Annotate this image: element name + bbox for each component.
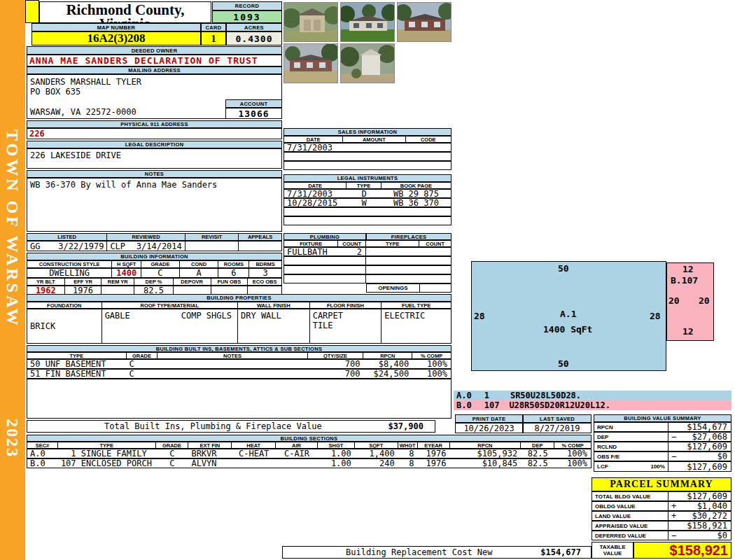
cond-label: COND <box>180 261 219 267</box>
property-photo-1[interactable] <box>284 2 338 42</box>
builtins-qty-label: QTY/SIZE <box>308 353 364 358</box>
spine: TOWN OF WARSAW 2023 <box>0 0 25 560</box>
builtins-total-label: Total Built Ins, Plumbing & Fireplace Va… <box>104 421 322 431</box>
fuel-type-value: ELECTRIC <box>382 309 451 343</box>
spine-year: 2023 <box>3 419 22 458</box>
sales-date-label: DATE <box>284 136 343 142</box>
effyr-label: EFF YR <box>65 279 102 285</box>
mailing-line3: WARSAW, VA 22572-0000 <box>30 107 136 117</box>
property-record-card: TOWN OF WARSAW 2023 Richmond County, Vir… <box>0 0 735 560</box>
sketch-b-right-dim: 20 <box>699 295 710 306</box>
hsqft-value: 1400 <box>112 269 141 277</box>
sketch-b-id: B.107 <box>671 275 698 286</box>
value-summary-row: RPCN $154,677 <box>594 422 732 432</box>
spine-town-title: TOWN OF WARSAW <box>3 130 22 328</box>
foundation-value: BRICK <box>27 309 102 343</box>
account-label: ACCOUNT <box>225 99 282 108</box>
mailing-line1: SANDERS MARSHALL TYLER <box>30 77 141 87</box>
sec-air-label: AIR <box>276 442 318 448</box>
fixture-count-label: COUNT <box>338 241 366 246</box>
card-value: 1 <box>201 31 226 46</box>
revisit-value <box>186 241 239 251</box>
floor-finish-value: CARPETTILE <box>310 309 382 343</box>
sec-grade-label: GRADE <box>156 442 189 448</box>
property-photo-4[interactable] <box>284 43 338 83</box>
fireplace-count-label: COUNT <box>419 241 451 246</box>
reviewed-label: REVIEWED <box>107 234 185 240</box>
building-sections-label: BUILDING SECTIONS <box>27 435 592 442</box>
value-summary-row: OBS F/E − $0 <box>594 451 732 461</box>
sales-row <box>284 152 451 161</box>
parcel-row: LAND VALUE + $30,272 <box>592 511 732 521</box>
wall-finish-label: WALL FINISH <box>238 302 310 308</box>
property-photo-2[interactable] <box>340 2 395 42</box>
sec-comp-label: % COMP <box>554 442 591 448</box>
property-photo-3[interactable] <box>397 2 451 42</box>
builtins-label: BUILDING BUILT INS, BASEMENTS, ATTICS & … <box>27 345 451 352</box>
map-number-value: 16A2(3)208 <box>31 31 201 46</box>
building-properties-label: BUILDING PROPERTIES <box>27 294 451 302</box>
openings-label: OPENINGS <box>367 284 420 292</box>
property-photo-5[interactable] <box>340 43 395 83</box>
replacement-cost-value: $154,677 <box>540 547 581 557</box>
building-section-row: B.0 107 ENCLOSED PORCH C ALVYN 1.00 240 … <box>27 458 592 468</box>
instrument-row <box>284 216 451 225</box>
sketch-a-id: A.1 <box>560 309 576 319</box>
legal-instruments-label: LEGAL INSTRUMENTS <box>284 174 451 182</box>
physical-address-value: 226 <box>27 128 282 139</box>
parcel-row: TOTAL BLDG VALUE $127,609 <box>592 491 732 501</box>
sketch-b-top-dim: 12 <box>682 264 694 274</box>
notes-label: NOTES <box>27 170 282 178</box>
account-value: 13066 <box>225 108 282 119</box>
builtins-rpcn-label: RPCN <box>363 353 412 358</box>
building-value-summary-label: BUILDING VALUE SUMMARY <box>594 414 732 422</box>
spine-accent <box>25 0 39 23</box>
parcel-row: APPRAISED VALUE $158,921 <box>592 521 732 531</box>
listed-label: LISTED <box>27 234 107 240</box>
instrument-row: 10/28/2015 W WB 36 370 <box>284 198 451 207</box>
sketch-a-sqft: 1400 SqFt <box>543 324 592 335</box>
sec-num-label: SEC# <box>27 442 58 448</box>
sec-type-label: TYPE <box>58 442 156 448</box>
sketch-a-left-dim: 28 <box>474 311 485 321</box>
builtins-grade-label: GRADE <box>127 353 158 358</box>
fireplaces-label: FIREPLACES <box>366 233 451 240</box>
instr-bookpage-label: BOOK PAGE <box>382 183 451 188</box>
building-section-row: A.0 1 SINGLE FAMILY C BRKVR C-HEAT C-AIR… <box>27 449 592 458</box>
map-number-label: MAP NUMBER <box>31 23 201 31</box>
notes-value: WB 36-370 By will of Anna Mae Sanders <box>27 178 282 232</box>
builtins-total-value: $37,900 <box>388 421 424 431</box>
value-summary-row: LCF100% $127,609 <box>594 461 732 472</box>
sec-dep-label: DEP <box>521 442 554 448</box>
plumbing-row: FULLBATH 2 <box>284 247 451 256</box>
mailing-address-label: MAILING ADDRESS <box>27 66 282 74</box>
fixture-label: FIXTURE <box>284 241 338 246</box>
legal-description-value: 226 LAKESIDE DRIVE <box>27 148 282 169</box>
foundation-label: FOUNDATION <box>27 302 102 308</box>
builtins-row: 51 FIN BASEMENT C 700 $24,500 100% <box>27 369 451 379</box>
roof-value: GABLECOMP SHGLS <box>102 309 238 343</box>
county-header: Richmond County, Virginia Commissioner o… <box>39 1 211 23</box>
sec-extfin-label: EXT FIN <box>188 442 232 448</box>
builtins-notes-label: NOTES <box>158 353 307 358</box>
remyr-label: REM YR <box>102 279 134 285</box>
mailing-line2: PO BOX 635 <box>30 87 80 97</box>
builtins-row: 50 UNF BASEMENT C 700 $8,400 100% <box>27 359 451 369</box>
replacement-cost-row: Building Replacement Cost New $154,677 <box>282 546 592 559</box>
sketch-code-b: B.0 107 U28R50SD20R12U20L12. <box>454 400 732 410</box>
construction-style-value: DWELLING <box>27 269 112 277</box>
sec-shgt-label: SHGT <box>318 442 355 448</box>
parcel-summary-label: PARCEL SUMMARY <box>592 477 732 491</box>
instr-type-label: TYPE <box>346 183 382 188</box>
fireplace-type-label: TYPE <box>366 241 419 246</box>
sec-rpcn-label: RPCN <box>450 442 522 448</box>
rooms-label: ROOMS <box>218 261 249 267</box>
reviewed-value: CLP3/14/2014 <box>107 241 185 251</box>
ecoobs-label: ECO OBS <box>248 279 281 285</box>
funobs-label: FUN OBS <box>211 279 248 285</box>
builtins-total-row: Total Built Ins, Plumbing & Fireplace Va… <box>27 420 435 433</box>
sketch-code-a: A.0 1 SR50U28L50D28. <box>454 391 732 400</box>
sales-amount-label: AMOUNT <box>343 136 405 142</box>
replacement-cost-label: Building Replacement Cost New <box>346 547 493 557</box>
builtins-type-label: TYPE <box>27 353 127 358</box>
